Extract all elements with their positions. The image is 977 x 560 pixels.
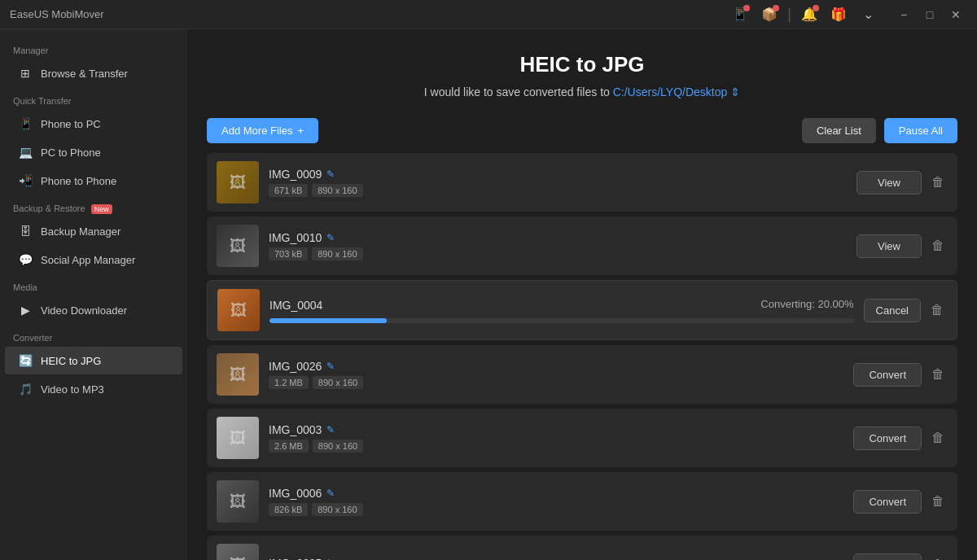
progress-bar-bg <box>269 318 854 323</box>
edit-icon[interactable]: ✎ <box>326 232 335 243</box>
file-tags: 703 kB890 x 160 <box>269 247 847 260</box>
save-path-link[interactable]: C:/Users/LYQ/Desktop <box>613 85 728 98</box>
page-title: HEIC to JPG <box>204 52 961 77</box>
browse-transfer-icon: ⊞ <box>18 66 33 81</box>
convert-button[interactable]: Convert <box>853 363 922 387</box>
sidebar-item-video-to-mp3[interactable]: 🎵 Video to MP3 <box>5 375 182 403</box>
file-tags: 671 kB890 x 160 <box>269 184 847 197</box>
window-controls: − □ ✕ <box>892 3 967 26</box>
sidebar-item-phone-to-pc[interactable]: 📱 Phone to PC <box>5 110 182 138</box>
delete-button[interactable]: 🗑 <box>928 427 948 448</box>
sidebar-item-social-app-manager[interactable]: 💬 Social App Manager <box>5 246 182 273</box>
file-name: IMG_0006 <box>269 487 322 500</box>
new-badge: New <box>91 204 112 214</box>
sidebar-item-phone-to-phone[interactable]: 📲 Phone to Phone <box>5 167 182 195</box>
file-thumbnail: 🖼 <box>217 544 259 560</box>
file-actions: Cancel 🗑 <box>864 299 947 322</box>
progress-label: Converting: 20.00% <box>760 298 853 310</box>
file-info: IMG_0004Converting: 20.00% <box>269 298 854 323</box>
file-actions: View🗑 <box>857 234 948 258</box>
edit-icon[interactable]: ✎ <box>326 488 335 499</box>
cancel-button[interactable]: Cancel <box>864 299 921 322</box>
phone-to-phone-icon: 📲 <box>18 173 33 188</box>
file-thumbnail: 🖼 <box>217 289 260 331</box>
file-thumbnail: 🖼 <box>217 353 259 396</box>
table-row: 🖼 IMG_0026 ✎ 1.2 MB890 x 160Convert🗑 <box>207 345 957 404</box>
file-info: IMG_0003 ✎ 2.6 MB890 x 160 <box>269 423 843 453</box>
dimensions-tag: 890 x 160 <box>312 184 362 197</box>
table-row: 🖼 IMG_0005 ✎ Convert🗑 <box>207 536 957 560</box>
dimensions-tag: 890 x 160 <box>313 440 363 453</box>
edit-icon[interactable]: ✎ <box>326 168 335 180</box>
mp3-icon: 🎵 <box>18 382 33 396</box>
bell-icon[interactable]: 🔔 <box>798 3 821 26</box>
file-name: IMG_0003 <box>269 423 322 436</box>
pc-to-phone-icon: 💻 <box>18 145 33 160</box>
gift-icon[interactable]: 🎁 <box>827 3 850 26</box>
delete-button[interactable]: 🗑 <box>928 364 948 385</box>
file-tags: 826 kB890 x 160 <box>269 503 843 516</box>
main-layout: Manager ⊞ Browse & Transfer Quick Transf… <box>0 29 977 560</box>
maximize-button[interactable]: □ <box>918 3 941 26</box>
file-info: IMG_0009 ✎ 671 kB890 x 160 <box>269 168 847 197</box>
sidebar-item-label: HEIC to JPG <box>41 355 101 367</box>
content-area: HEIC to JPG I would like to save convert… <box>187 29 977 560</box>
file-name: IMG_0010 <box>269 231 322 244</box>
section-backup-restore: Backup & Restore New <box>0 195 187 217</box>
delete-button[interactable]: 🗑 <box>928 172 948 193</box>
phone-to-pc-icon: 📱 <box>18 116 33 131</box>
dimensions-tag: 890 x 160 <box>312 503 362 516</box>
file-actions: View🗑 <box>857 171 948 195</box>
transfer-icon[interactable]: 📦 <box>758 3 781 26</box>
view-button[interactable]: View <box>857 171 922 195</box>
sidebar-item-video-downloader[interactable]: ▶ Video Downloader <box>5 296 182 324</box>
add-files-button[interactable]: Add More Files + <box>207 118 318 143</box>
delete-button[interactable]: 🗑 <box>928 235 948 256</box>
file-info: IMG_0026 ✎ 1.2 MB890 x 160 <box>269 360 843 389</box>
file-list: 🖼 IMG_0009 ✎ 671 kB890 x 160View🗑🖼 IMG_0… <box>187 153 977 560</box>
sidebar-item-label: Phone to PC <box>41 118 101 130</box>
sidebar: Manager ⊞ Browse & Transfer Quick Transf… <box>0 29 187 560</box>
close-button[interactable]: ✕ <box>944 3 967 26</box>
sidebar-item-label: Video to MP3 <box>41 383 104 396</box>
table-row: 🖼 IMG_0006 ✎ 826 kB890 x 160Convert🗑 <box>207 472 957 531</box>
sidebar-item-heic-to-jpg[interactable]: 🔄 HEIC to JPG <box>5 347 182 374</box>
file-name: IMG_0009 <box>269 168 322 181</box>
view-button[interactable]: View <box>857 234 922 258</box>
convert-button[interactable]: Convert <box>853 553 922 561</box>
edit-icon[interactable]: ✎ <box>326 361 335 372</box>
sidebar-item-label: Backup Manager <box>41 225 120 238</box>
dimensions-tag: 890 x 160 <box>313 376 363 389</box>
size-tag: 671 kB <box>269 184 308 197</box>
delete-button[interactable]: 🗑 <box>927 300 947 321</box>
delete-button[interactable]: 🗑 <box>928 554 948 560</box>
file-thumbnail: 🖼 <box>217 161 259 203</box>
edit-icon[interactable]: ✎ <box>326 424 335 435</box>
file-tags: 1.2 MB890 x 160 <box>269 376 843 389</box>
convert-button[interactable]: Convert <box>853 427 922 450</box>
file-name: IMG_0004 <box>269 299 322 312</box>
file-name: IMG_0005 <box>269 557 322 560</box>
device-badge <box>743 5 750 11</box>
table-row: 🖼 IMG_0010 ✎ 703 kB890 x 160View🗑 <box>207 217 957 275</box>
subtitle-prefix: I would like to save converted files to <box>424 85 610 98</box>
file-thumbnail: 🖼 <box>217 480 259 523</box>
file-info: IMG_0006 ✎ 826 kB890 x 160 <box>269 487 843 516</box>
add-label: Add More Files <box>221 125 292 137</box>
table-row: 🖼IMG_0004Converting: 20.00% Cancel 🗑 <box>207 280 957 340</box>
convert-button[interactable]: Convert <box>853 490 922 514</box>
device-icon[interactable]: 📱 <box>729 3 751 26</box>
pause-all-button[interactable]: Pause All <box>884 118 957 143</box>
clear-list-button[interactable]: Clear List <box>802 118 876 143</box>
size-tag: 703 kB <box>269 247 308 260</box>
sidebar-item-backup-manager[interactable]: 🗄 Backup Manager <box>5 217 182 245</box>
table-row: 🖼 IMG_0009 ✎ 671 kB890 x 160View🗑 <box>207 153 957 212</box>
sidebar-item-browse-transfer[interactable]: ⊞ Browse & Transfer <box>5 59 182 87</box>
sidebar-item-pc-to-phone[interactable]: 💻 PC to Phone <box>5 138 182 166</box>
file-actions: Convert🗑 <box>853 427 948 450</box>
bell-badge <box>813 5 819 11</box>
minimize-button[interactable]: − <box>892 3 915 26</box>
dropdown-icon[interactable]: ⌄ <box>857 3 879 26</box>
delete-button[interactable]: 🗑 <box>928 491 948 512</box>
section-manager: Manager <box>0 37 187 59</box>
